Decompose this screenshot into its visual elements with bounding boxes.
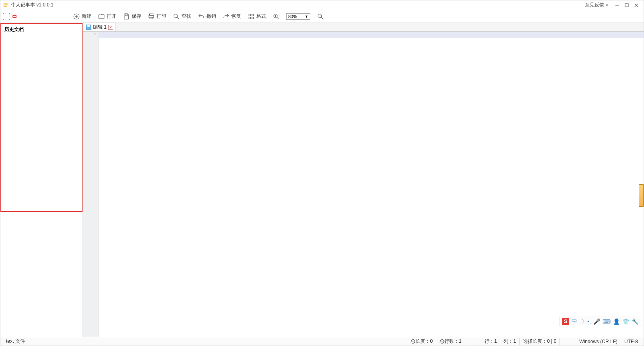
plus-circle-icon: [73, 13, 80, 20]
status-file-type: text 文件: [3, 338, 85, 345]
undo-icon: [198, 13, 205, 20]
svg-point-16: [252, 14, 254, 16]
ime-logo-icon: S: [562, 318, 569, 325]
side-handle[interactable]: [639, 184, 644, 207]
new-button[interactable]: 新建: [73, 13, 91, 20]
save-icon: [123, 13, 130, 20]
app-icon: [3, 2, 8, 8]
print-button[interactable]: 打印: [148, 13, 166, 20]
feedback-icon[interactable]: ▾: [606, 2, 608, 8]
status-line: 行：1: [481, 338, 501, 345]
undo-button[interactable]: 撤销: [198, 13, 216, 20]
new-label: 新建: [82, 13, 91, 20]
svg-point-13: [174, 14, 178, 18]
tab-close-button[interactable]: ✕: [108, 25, 113, 30]
status-total-lines: 总行数：1: [436, 338, 465, 345]
svg-rect-1: [4, 5, 7, 6]
grid-icon: [248, 13, 255, 20]
open-button[interactable]: 打开: [98, 13, 116, 20]
keyboard-icon[interactable]: ⌨: [603, 318, 611, 325]
highlight-annotation: [12, 15, 17, 18]
find-label: 查找: [182, 13, 191, 20]
svg-rect-0: [4, 3, 8, 4]
editor: 1 S 中 ☽ •, 🎤 ⌨ 👤 👕 🔧: [83, 32, 644, 337]
print-icon: [148, 13, 155, 20]
format-label: 格式: [256, 13, 266, 20]
maximize-button[interactable]: [622, 1, 632, 9]
person-icon[interactable]: 👤: [613, 318, 620, 325]
content-area: 历史文档 编辑 1 ✕ 1 S 中 ☽: [0, 23, 644, 337]
moon-icon[interactable]: ☽: [580, 318, 585, 325]
svg-point-18: [252, 17, 254, 19]
zoom-out-button[interactable]: [317, 13, 324, 20]
zoom-in-icon: [272, 13, 280, 20]
svg-rect-12: [150, 17, 153, 19]
zoom-out-icon: [317, 13, 324, 20]
statusbar: text 文件 总长度：0 总行数：1 行：1 列：1 选择长度：0 | 0 W…: [0, 337, 644, 346]
ime-lang[interactable]: 中: [572, 318, 577, 325]
document-tab[interactable]: 编辑 1 ✕: [83, 23, 116, 31]
sidebar: 历史文档: [0, 23, 83, 337]
status-selection: 选择长度：0 | 0: [520, 338, 560, 345]
tab-label: 编辑 1: [93, 24, 107, 31]
save-label: 保存: [132, 13, 141, 20]
search-icon: [173, 13, 180, 20]
wrench-icon[interactable]: 🔧: [632, 318, 638, 325]
highlight-annotation-sidebar: 历史文档: [0, 23, 83, 212]
caret-down-icon: ▼: [305, 14, 308, 19]
line-gutter: 1: [83, 32, 99, 337]
minimize-button[interactable]: [612, 1, 622, 9]
print-label: 打印: [157, 13, 166, 20]
status-eol: Windows (CR LF): [576, 339, 621, 344]
ime-toolbar[interactable]: S 中 ☽ •, 🎤 ⌨ 👤 👕 🔧: [559, 317, 641, 326]
disk-icon: [86, 25, 91, 30]
tab-bar: 编辑 1 ✕: [83, 23, 644, 32]
history-heading: 历史文档: [4, 26, 78, 33]
mic-icon[interactable]: 🎤: [593, 318, 600, 325]
find-button[interactable]: 查找: [173, 13, 191, 20]
zoom-select[interactable]: 80% ▼: [286, 13, 310, 20]
svg-line-14: [177, 17, 179, 19]
feedback-link[interactable]: 意见反馈: [585, 2, 604, 8]
svg-line-24: [321, 17, 323, 19]
editor-wrap: 编辑 1 ✕ 1 S 中 ☽ •, 🎤 ⌨ 👤 👕: [83, 23, 644, 337]
status-encoding: UTF-8: [621, 339, 641, 344]
svg-rect-27: [87, 25, 90, 26]
svg-point-17: [249, 17, 251, 19]
svg-rect-9: [125, 14, 128, 15]
svg-line-20: [277, 17, 279, 19]
toolbar: 新建 打开 保存 打印 查找 撤销 恢复 格式: [0, 10, 644, 23]
undo-label: 撤销: [206, 13, 216, 20]
close-button[interactable]: [632, 1, 641, 9]
text-area[interactable]: S 中 ☽ •, 🎤 ⌨ 👤 👕 🔧: [99, 32, 644, 337]
app-title: 牛人记事本 v1.0.0.1: [11, 2, 54, 8]
checkbox-icon[interactable]: [3, 13, 10, 20]
status-col: 列：1: [500, 338, 520, 345]
current-line-highlight: [99, 32, 644, 38]
zoom-value: 80%: [288, 14, 297, 19]
open-label: 打开: [107, 13, 116, 20]
redo-label: 恢复: [231, 13, 241, 20]
redo-icon: [223, 13, 230, 20]
svg-rect-3: [625, 4, 628, 7]
folder-icon: [98, 13, 105, 20]
shirt-icon[interactable]: 👕: [622, 318, 629, 325]
titlebar: 牛人记事本 v1.0.0.1 意见反馈 ▾: [0, 0, 644, 10]
line-number: 1: [85, 32, 96, 38]
zoom-in-button[interactable]: [272, 13, 280, 20]
save-button[interactable]: 保存: [123, 13, 141, 20]
format-button[interactable]: 格式: [248, 13, 266, 20]
status-total-length: 总长度：0: [407, 338, 436, 345]
punct-icon[interactable]: •,: [587, 318, 591, 325]
redo-button[interactable]: 恢复: [223, 13, 241, 20]
svg-point-15: [249, 14, 251, 16]
